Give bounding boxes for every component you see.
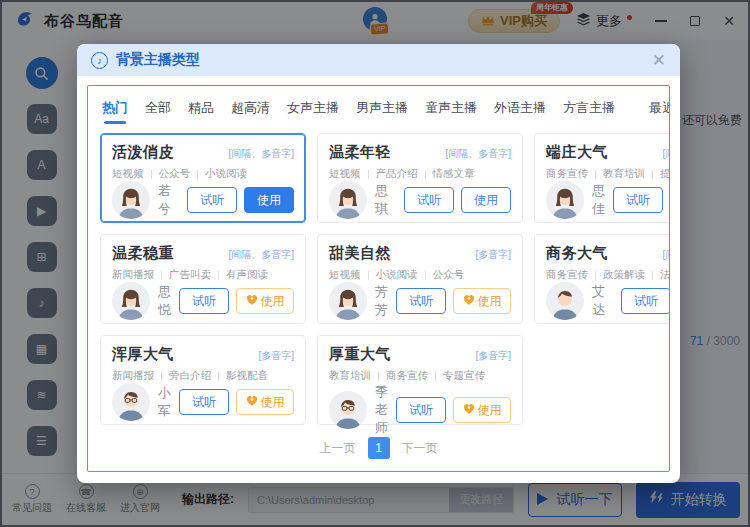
use-button[interactable]: 使用	[453, 288, 511, 314]
card-categories: 新闻播报旁白介绍影视配音	[112, 369, 294, 383]
category-separator	[595, 170, 596, 179]
anchor-name: 季老师	[375, 383, 388, 437]
category-label: 专题宣传	[443, 369, 485, 383]
card-title: 端庄大气	[546, 143, 608, 162]
anchor-avatar	[329, 181, 367, 219]
anchor-avatar	[112, 282, 150, 320]
use-button-label: 使用	[478, 402, 502, 419]
anchor-name: 艾达	[592, 283, 613, 319]
anchor-name: 若兮	[158, 182, 179, 218]
anchor-name: 思悦	[158, 283, 171, 319]
listen-button[interactable]: 试听	[187, 187, 237, 213]
listen-button[interactable]: 试听	[621, 288, 670, 314]
category-label: 影视配音	[226, 369, 268, 383]
category-label: 商务宣传	[546, 268, 588, 282]
category-label: 产品介绍	[376, 167, 418, 181]
category-separator	[652, 271, 653, 280]
app-window: 布谷鸟配音 VIP VIP购买 周年钜惠	[0, 0, 750, 527]
listen-button[interactable]: 试听	[179, 288, 229, 314]
tab-热门[interactable]: 热门	[102, 99, 128, 122]
vip-gem-icon	[463, 403, 475, 418]
tab-男声主播[interactable]: 男声主播	[356, 99, 408, 122]
anchor-card[interactable]: 浑厚大气[多音字]新闻播报旁白介绍影视配音小军试听使用	[100, 335, 306, 425]
category-label: 提示语	[660, 167, 670, 181]
anchor-avatar	[112, 383, 150, 421]
category-separator	[218, 271, 219, 280]
category-separator	[161, 271, 162, 280]
use-button-label: 使用	[261, 293, 285, 310]
card-categories: 短视频产品介绍情感文章	[329, 167, 511, 181]
category-label: 公众号	[159, 167, 191, 181]
listen-button[interactable]: 试听	[613, 187, 663, 213]
card-tag: [多音字]	[475, 248, 511, 262]
tab-方言主播[interactable]: 方言主播	[563, 99, 615, 122]
anchor-name: 芳芳	[375, 283, 388, 319]
current-page-button[interactable]: 1	[368, 437, 390, 459]
use-button[interactable]: 使用	[236, 389, 294, 415]
card-categories: 商务宣传教育培训提示语	[546, 167, 670, 181]
anchor-card[interactable]: 活泼俏皮[间隔、多音字]短视频公众号小说阅读若兮试听使用	[100, 133, 306, 223]
next-page-button[interactable]: 下一页	[402, 440, 438, 457]
use-button[interactable]: 使用	[236, 288, 294, 314]
category-label: 新闻播报	[112, 268, 154, 282]
category-label: 短视频	[112, 167, 144, 181]
card-title: 活泼俏皮	[112, 143, 174, 162]
category-separator	[368, 271, 369, 280]
card-title: 温柔年轻	[329, 143, 391, 162]
tab-女声主播[interactable]: 女声主播	[287, 99, 339, 122]
category-label: 公众号	[433, 268, 465, 282]
vip-gem-icon	[246, 395, 258, 410]
use-button-label: 使用	[478, 293, 502, 310]
card-categories: 新闻播报广告叫卖有声阅读	[112, 268, 294, 282]
modal-close-icon[interactable]: ✕	[652, 52, 666, 69]
tab-超高清[interactable]: 超高清	[231, 99, 270, 122]
card-tag: [多音字]	[475, 349, 511, 363]
listen-button[interactable]: 试听	[396, 397, 446, 423]
anchor-card[interactable]: 甜美自然[多音字]短视频小说阅读公众号芳芳试听使用	[317, 234, 523, 324]
anchor-cards: 活泼俏皮[间隔、多音字]短视频公众号小说阅读若兮试听使用温柔年轻[间隔、多音字]…	[100, 133, 657, 425]
use-button-label: 使用	[474, 193, 498, 207]
use-button[interactable]: 使用	[461, 187, 511, 213]
category-label: 教育培训	[603, 167, 645, 181]
category-label: 教育培训	[329, 369, 371, 383]
anchor-name: 小军	[158, 384, 171, 420]
listen-button[interactable]: 试听	[396, 288, 446, 314]
category-separator	[218, 372, 219, 381]
category-label: 政策解读	[603, 268, 645, 282]
modal-title: 背景主播类型	[116, 51, 200, 69]
card-categories: 商务宣传政策解读法律宣讲	[546, 268, 670, 282]
category-label: 新闻播报	[112, 369, 154, 383]
category-separator	[425, 271, 426, 280]
category-label: 小说阅读	[205, 167, 247, 181]
use-button-label: 使用	[257, 193, 281, 207]
anchor-name: 思琪	[375, 182, 396, 218]
vip-gem-icon	[246, 294, 258, 309]
anchor-card[interactable]: 温柔年轻[间隔、多音字]短视频产品介绍情感文章思琪试听使用	[317, 133, 523, 223]
card-tag: [间隔、多音字]	[662, 248, 670, 262]
use-button-label: 使用	[261, 394, 285, 411]
card-title: 厚重大气	[329, 345, 391, 364]
anchor-avatar	[112, 181, 150, 219]
tab-精品[interactable]: 精品	[188, 99, 214, 122]
category-separator	[425, 170, 426, 179]
card-categories: 短视频公众号小说阅读	[112, 167, 294, 181]
anchor-card[interactable]: 端庄大气[间隔、多音字]商务宣传教育培训提示语思佳试听使用	[534, 133, 670, 223]
use-button[interactable]: 使用	[244, 187, 294, 213]
tab-全部[interactable]: 全部	[145, 99, 171, 122]
prev-page-button[interactable]: 上一页	[320, 440, 356, 457]
tab-外语主播[interactable]: 外语主播	[494, 99, 546, 122]
anchor-card[interactable]: 温柔稳重[间隔、多音字]新闻播报广告叫卖有声阅读思悦试听使用	[100, 234, 306, 324]
card-tag: [间隔、多音字]	[662, 147, 670, 161]
listen-button[interactable]: 试听	[404, 187, 454, 213]
category-label: 商务宣传	[546, 167, 588, 181]
listen-button[interactable]: 试听	[179, 389, 229, 415]
anchor-card[interactable]: 厚重大气[多音字]教育培训商务宣传专题宣传季老师试听使用	[317, 335, 523, 425]
category-separator	[161, 372, 162, 381]
tab-最近使用[interactable]: 最近使用	[649, 99, 670, 122]
tab-童声主播[interactable]: 童声主播	[425, 99, 477, 122]
anchor-card[interactable]: 商务大气[间隔、多音字]商务宣传政策解读法律宣讲艾达试听使用	[534, 234, 670, 324]
use-button[interactable]: 使用	[453, 397, 511, 423]
pagination: 上一页 1 下一页	[100, 437, 657, 459]
category-label: 旁白介绍	[169, 369, 211, 383]
category-label: 商务宣传	[386, 369, 428, 383]
